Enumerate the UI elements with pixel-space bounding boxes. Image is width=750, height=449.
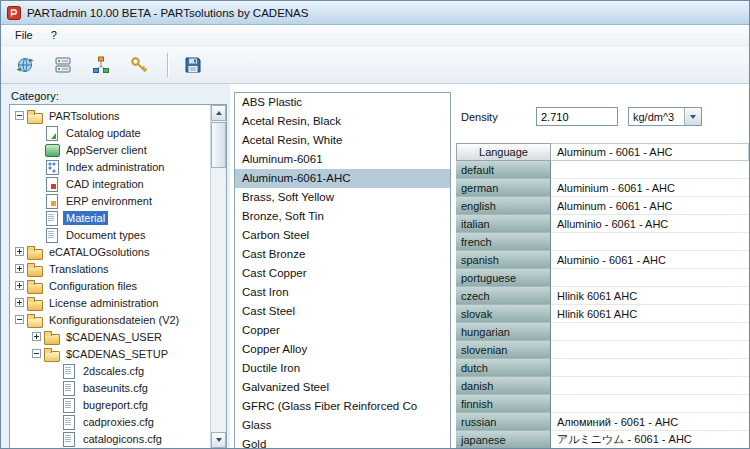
tree-item-catalog-update[interactable]: Catalog update [11,124,209,141]
expand-icon[interactable] [15,264,24,273]
value-cell[interactable] [551,395,749,413]
language-cell[interactable]: danish [456,377,551,395]
density-input[interactable] [536,107,618,126]
tree-item-baseunits-cfg[interactable]: baseunits.cfg [11,379,209,396]
value-cell[interactable]: Алюминий - 6061 - AHC [551,413,749,431]
table-row-japanese: japanese アルミニウム - 6061 - AHC [456,431,749,449]
value-cell[interactable] [551,341,749,359]
tree-item-cad-integration[interactable]: CAD integration [11,175,209,192]
language-cell[interactable]: czech [456,287,551,305]
login-key-button[interactable] [125,51,153,79]
material-item[interactable]: Carbon Steel [235,226,450,245]
config-file-icon [61,398,77,412]
value-cell[interactable]: Aluminio - 6061 - AHC [551,251,749,269]
language-cell[interactable]: slovenian [456,341,551,359]
material-item[interactable]: Brass, Soft Yellow [235,188,450,207]
language-cell[interactable]: english [456,197,551,215]
tree-item-cadproxies-cfg[interactable]: cadproxies.cfg [11,413,209,430]
cad-integration-icon [44,177,60,191]
material-item[interactable]: GFRC (Glass Fiber Reinforced Co [235,397,450,416]
material-item[interactable]: Cast Bronze [235,245,450,264]
value-cell[interactable]: Aluminium - 6061 - AHC [551,179,749,197]
catalog-update-button[interactable] [11,51,39,79]
value-cell[interactable]: Hlinik 6061 AHC [551,305,749,323]
material-item[interactable]: Galvanized Steel [235,378,450,397]
tree-item-ecatalogsolutions[interactable]: eCATALOGsolutions [11,243,209,260]
index-administration-button[interactable] [87,51,115,79]
material-item-selected[interactable]: Aluminum-6061-AHC [235,169,450,188]
table-row-portuguese: portuguese [456,269,749,287]
tree-item-cadenas-user[interactable]: $CADENAS_USER [11,328,209,345]
material-item[interactable]: ABS Plastic [235,93,450,112]
material-item[interactable]: Cast Iron [235,283,450,302]
language-cell[interactable]: hungarian [456,323,551,341]
tree-item-catalogicons-cfg[interactable]: catalogicons.cfg [11,430,209,447]
language-cell[interactable]: spanish [456,251,551,269]
tree-item-bugreport-cfg[interactable]: bugreport.cfg [11,396,209,413]
value-cell[interactable]: アルミニウム - 6061 - AHC [551,431,749,449]
tree-item-translations[interactable]: Translations [11,260,209,277]
material-item[interactable]: Bronze, Soft Tin [235,207,450,226]
expand-icon[interactable] [15,281,24,290]
tree-scrollbar[interactable] [210,105,226,448]
tree-item-label: PARTsolutions [46,109,123,123]
save-icon [183,55,203,75]
material-item[interactable]: Aluminum-6061 [235,150,450,169]
tree-item-konfigurationsdateien[interactable]: Konfigurationsdateien (V2) [11,311,209,328]
value-cell[interactable] [551,233,749,251]
expand-icon[interactable] [15,298,24,307]
material-item[interactable]: Gold [235,435,450,448]
combobox-dropdown-button[interactable] [684,108,701,125]
table-row-slovak: slovak Hlinik 6061 AHC [456,305,749,323]
tree-item-index-administration[interactable]: Index administration [11,158,209,175]
value-cell[interactable] [551,377,749,395]
material-item[interactable]: Copper Alloy [235,340,450,359]
material-item[interactable]: Cast Copper [235,264,450,283]
value-cell[interactable]: Hlinik 6061 AHC [551,287,749,305]
tree-item-2dscales-cfg[interactable]: 2dscales.cfg [11,362,209,379]
tree-item-appserver-client[interactable]: AppServer client [11,141,209,158]
menu-file[interactable]: File [6,27,42,43]
tree-item-document-types[interactable]: Document types [11,226,209,243]
tree-item-license-administration[interactable]: License administration [11,294,209,311]
value-cell[interactable] [551,161,749,179]
value-cell[interactable]: Alluminio - 6061 - AHC [551,215,749,233]
tree-item-partsolutions[interactable]: PARTsolutions [11,107,209,124]
tree-item-material[interactable]: Material [11,209,209,226]
language-cell[interactable]: japanese [456,431,551,449]
material-item[interactable]: Glass [235,416,450,435]
value-cell[interactable] [551,323,749,341]
material-item[interactable]: Acetal Resin, White [235,131,450,150]
material-item[interactable]: Acetal Resin, Black [235,112,450,131]
material-item[interactable]: Ductile Iron [235,359,450,378]
expand-icon[interactable] [32,332,41,341]
language-cell[interactable]: slovak [456,305,551,323]
value-cell[interactable] [551,359,749,377]
language-cell[interactable]: dutch [456,359,551,377]
expand-icon[interactable] [15,247,24,256]
tree-item-configuration-files[interactable]: Configuration files [11,277,209,294]
tree-item-cadenas-setup[interactable]: $CADENAS_SETUP [11,345,209,362]
value-cell[interactable]: Aluminum - 6061 - AHC [551,197,749,215]
tree-item-erp-environment[interactable]: ERP environment [11,192,209,209]
language-cell[interactable]: french [456,233,551,251]
collapse-icon[interactable] [32,349,41,358]
density-unit-combobox[interactable]: kg/dm^3 [628,107,702,126]
language-cell[interactable]: german [456,179,551,197]
collapse-icon[interactable] [15,111,24,120]
material-item[interactable]: Cast Steel [235,302,450,321]
language-cell[interactable]: portuguese [456,269,551,287]
scrollbar-thumb[interactable] [211,122,226,168]
collapse-icon[interactable] [15,315,24,324]
scroll-down-button[interactable] [211,432,226,448]
language-cell[interactable]: finnish [456,395,551,413]
language-cell[interactable]: italian [456,215,551,233]
scroll-up-button[interactable] [211,105,226,121]
language-cell[interactable]: russian [456,413,551,431]
menu-help[interactable]: ? [42,27,66,43]
value-cell[interactable] [551,269,749,287]
language-cell[interactable]: default [456,161,551,179]
save-button[interactable] [179,51,207,79]
appserver-button[interactable] [49,51,77,79]
material-item[interactable]: Copper [235,321,450,340]
